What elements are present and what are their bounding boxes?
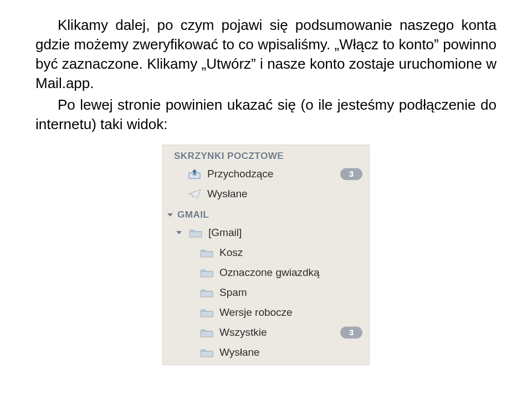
mailbox-inbox-label: Przychodzące xyxy=(207,168,335,180)
svg-marker-1 xyxy=(188,189,201,198)
section-header-gmail-label: GMAIL xyxy=(177,209,209,221)
disclosure-triangle-icon[interactable] xyxy=(176,231,182,234)
gmail-folder-trash[interactable]: Kosz xyxy=(163,243,369,263)
disclosure-triangle-icon[interactable] xyxy=(167,213,173,217)
gmail-folder-sent[interactable]: Wysłane xyxy=(163,342,369,362)
gmail-folder-all-badge: 3 xyxy=(340,326,362,339)
mailbox-inbox[interactable]: Przychodzące 3 xyxy=(163,164,369,184)
gmail-parent-label: [Gmail] xyxy=(208,227,362,239)
gmail-folder-all-label: Wszystkie xyxy=(219,326,335,339)
section-header-gmail: GMAIL xyxy=(163,204,369,223)
gmail-folder-all[interactable]: Wszystkie 3 xyxy=(163,322,369,342)
mailbox-sent-label: Wysłane xyxy=(207,188,362,200)
section-header-mailboxes: SKRZYNKI POCZTOWE xyxy=(163,145,369,164)
inbox-icon xyxy=(187,167,202,181)
mailbox-sent[interactable]: Wysłane xyxy=(163,184,369,204)
gmail-folder-starred[interactable]: Oznaczone gwiazdką xyxy=(163,263,369,283)
gmail-folder-drafts-label: Wersje robocze xyxy=(219,306,362,319)
mail-sidebar: SKRZYNKI POCZTOWE Przychodzące 3 W xyxy=(162,145,370,365)
paragraph-2: Po lewej stronie powinien ukazać się (o … xyxy=(35,95,497,134)
folder-icon xyxy=(200,306,214,319)
folder-icon xyxy=(200,266,214,279)
gmail-folder-trash-label: Kosz xyxy=(219,247,362,259)
gmail-parent-folder[interactable]: [Gmail] xyxy=(163,223,369,243)
svg-marker-0 xyxy=(192,169,197,175)
paper-plane-icon xyxy=(187,187,202,201)
paragraph-1: Klikamy dalej, po czym pojawi się podsum… xyxy=(35,16,497,93)
gmail-folder-spam-label: Spam xyxy=(219,286,362,299)
mailbox-inbox-badge: 3 xyxy=(340,168,362,180)
gmail-folder-starred-label: Oznaczone gwiazdką xyxy=(219,267,362,279)
folder-icon xyxy=(200,286,214,299)
gmail-folder-spam[interactable]: Spam xyxy=(163,283,369,303)
gmail-folder-sent-label: Wysłane xyxy=(219,346,362,358)
gmail-folder-drafts[interactable]: Wersje robocze xyxy=(163,303,369,322)
folder-icon xyxy=(200,326,214,339)
folder-icon xyxy=(188,226,203,239)
folder-icon xyxy=(200,246,214,259)
instruction-text: Klikamy dalej, po czym pojawi się podsum… xyxy=(35,16,497,135)
folder-icon xyxy=(200,346,214,359)
